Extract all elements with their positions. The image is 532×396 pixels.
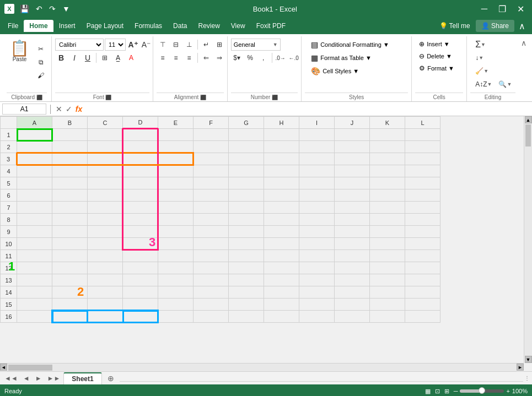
insert-cells-btn[interactable]: ⊕ Insert ▼ xyxy=(415,39,458,50)
font-size-select[interactable]: 11 xyxy=(105,39,126,51)
cell-J5[interactable] xyxy=(335,177,370,189)
cell-B1[interactable] xyxy=(52,129,88,141)
cell-A12[interactable] xyxy=(17,262,52,274)
cell-H4[interactable] xyxy=(264,165,299,177)
cell-H12[interactable] xyxy=(264,262,299,274)
cell-D1[interactable] xyxy=(123,129,158,141)
cell-J3[interactable] xyxy=(335,153,370,165)
indent-inc-btn[interactable]: ⇒ xyxy=(213,52,225,64)
cell-I16[interactable] xyxy=(299,311,335,323)
cell-I9[interactable] xyxy=(299,226,335,238)
cell-B11[interactable] xyxy=(52,250,88,262)
cell-A7[interactable] xyxy=(17,202,52,214)
delete-cells-btn[interactable]: ⊖ Delete ▼ xyxy=(415,51,458,62)
col-header-d[interactable]: D xyxy=(123,117,158,129)
cell-K16[interactable] xyxy=(370,311,405,323)
cell-J15[interactable] xyxy=(335,299,370,311)
cell-G14[interactable] xyxy=(229,286,264,299)
border-btn[interactable]: ⊞ xyxy=(99,52,111,64)
sort-btn[interactable]: A↕Z ▼ xyxy=(472,78,495,90)
align-center-btn[interactable]: ≡ xyxy=(170,52,182,64)
menu-insert[interactable]: Insert xyxy=(53,20,81,32)
cell-K5[interactable] xyxy=(370,177,405,189)
cell-D12[interactable] xyxy=(123,262,158,274)
row-header-16[interactable]: 16 xyxy=(1,311,17,323)
wrap-text-btn[interactable]: ↵ xyxy=(200,39,212,51)
col-header-k[interactable]: K xyxy=(370,117,405,129)
view-normal-btn[interactable]: ▦ xyxy=(425,388,431,395)
share-btn[interactable]: 👤 Share xyxy=(476,20,514,32)
cell-L16[interactable] xyxy=(405,311,440,323)
cell-J7[interactable] xyxy=(335,202,370,214)
cell-E16[interactable] xyxy=(158,311,194,323)
cell-styles-btn[interactable]: 🎨 Cell Styles ▼ xyxy=(307,65,393,77)
clipboard-dialog-launcher[interactable]: ⬛ xyxy=(36,95,42,100)
cell-F2[interactable] xyxy=(194,141,229,153)
menu-file[interactable]: File xyxy=(2,20,24,32)
cell-G9[interactable] xyxy=(229,226,264,238)
cell-K6[interactable] xyxy=(370,189,405,202)
comma-btn[interactable]: , xyxy=(257,52,270,64)
add-sheet-btn[interactable]: ⊕ xyxy=(103,373,119,384)
cell-H15[interactable] xyxy=(264,299,299,311)
cell-I13[interactable] xyxy=(299,274,335,286)
scroll-right-btn[interactable]: ► xyxy=(517,364,524,371)
cell-L6[interactable] xyxy=(405,189,440,202)
cell-F3[interactable] xyxy=(194,153,229,165)
cell-E12[interactable] xyxy=(158,262,194,274)
dec-decimal-btn[interactable]: ←.0 xyxy=(288,52,300,64)
cell-C13[interactable] xyxy=(88,274,123,286)
ribbon-minimize-btn[interactable]: ∧ xyxy=(519,36,529,50)
restore-btn[interactable]: ❐ xyxy=(495,3,509,15)
cell-D16[interactable] xyxy=(123,311,158,323)
cell-H3[interactable] xyxy=(264,153,299,165)
cell-I10[interactable] xyxy=(299,238,335,250)
menu-formulas[interactable]: Formulas xyxy=(129,20,168,32)
cell-G3[interactable] xyxy=(229,153,264,165)
cell-D10[interactable] xyxy=(123,238,158,250)
cell-C6[interactable] xyxy=(88,189,123,202)
cell-D14[interactable] xyxy=(123,286,158,299)
cell-C5[interactable] xyxy=(88,177,123,189)
cell-G7[interactable] xyxy=(229,202,264,214)
cell-K12[interactable] xyxy=(370,262,405,274)
merge-cells-btn[interactable]: ⊞ xyxy=(213,39,225,51)
cell-E3[interactable] xyxy=(158,153,194,165)
cell-L8[interactable] xyxy=(405,214,440,226)
cell-C15[interactable] xyxy=(88,299,123,311)
menu-data[interactable]: Data xyxy=(168,20,192,32)
cell-I11[interactable] xyxy=(299,250,335,262)
cell-J16[interactable] xyxy=(335,311,370,323)
cell-E15[interactable] xyxy=(158,299,194,311)
cell-C2[interactable] xyxy=(88,141,123,153)
cell-D4[interactable] xyxy=(123,165,158,177)
cell-B9[interactable] xyxy=(52,226,88,238)
cell-L7[interactable] xyxy=(405,202,440,214)
col-header-a[interactable]: A xyxy=(17,117,52,129)
cell-J4[interactable] xyxy=(335,165,370,177)
cell-H13[interactable] xyxy=(264,274,299,286)
cell-C16[interactable] xyxy=(88,311,123,323)
customize-btn[interactable]: ▼ xyxy=(60,3,72,14)
cell-D5[interactable] xyxy=(123,177,158,189)
scroll-down-btn[interactable]: ▼ xyxy=(525,356,532,363)
cell-K13[interactable] xyxy=(370,274,405,286)
cell-B6[interactable] xyxy=(52,189,88,202)
align-bottom-btn[interactable]: ⊥ xyxy=(183,39,195,51)
row-header-10[interactable]: 10 xyxy=(1,238,17,250)
cell-I7[interactable] xyxy=(299,202,335,214)
scroll-left-btn[interactable]: ◄ xyxy=(0,364,7,371)
cell-F15[interactable] xyxy=(194,299,229,311)
increase-font-btn[interactable]: A⁺ xyxy=(127,39,139,51)
cell-J13[interactable] xyxy=(335,274,370,286)
cell-I12[interactable] xyxy=(299,262,335,274)
grid-scroll-area[interactable]: A B C D E F G H I J K L 1234567 xyxy=(0,116,524,363)
cell-E1[interactable] xyxy=(158,129,194,141)
cell-C8[interactable] xyxy=(88,214,123,226)
format-painter-button[interactable]: 🖌 xyxy=(35,69,47,82)
cell-L14[interactable] xyxy=(405,286,440,299)
cell-L4[interactable] xyxy=(405,165,440,177)
alignment-dialog-launcher[interactable]: ⬛ xyxy=(200,95,206,100)
cell-L13[interactable] xyxy=(405,274,440,286)
save-btn[interactable]: 💾 xyxy=(18,3,31,14)
